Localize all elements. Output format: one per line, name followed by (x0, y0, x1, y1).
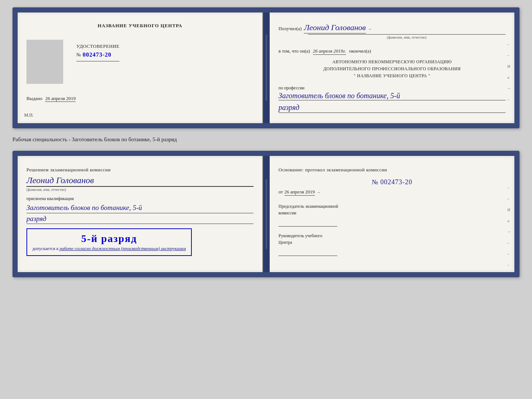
page-wrapper: НАЗВАНИЕ УЧЕБНОГО ЦЕНТРА УДОСТОВЕРЕНИЕ №… (12, 7, 520, 277)
profession-name: Заготовитель блоков по ботанике, 5-й (278, 92, 506, 100)
org-line3: " НАЗВАНИЕ УЧЕБНОГО ЦЕНТРА " (278, 72, 506, 79)
cert-label: УДОСТОВЕРЕНИЕ (76, 43, 119, 49)
protocol-date-line: от 26 апреля 2019 – (278, 189, 506, 196)
chairman-label: Председатель экзаменационной комиссии (278, 203, 506, 216)
issued-section: Выдано 26 апреля 2019 (26, 95, 254, 101)
top-doc-right: Получил(а) Леонид Голованов – (фамилия, … (270, 13, 514, 123)
stamp-box: 5-й разряд допускается к работе согласно… (26, 228, 192, 256)
protocol-number: № 002473-20 (278, 178, 506, 186)
mp-label: М.П. (24, 113, 33, 118)
chairman-sign-line (278, 218, 337, 227)
stamp-rank: 5-й разряд (32, 233, 186, 245)
bottom-edge-decoration: – – И а ← – – – – (507, 185, 511, 278)
decision-text: Решением экзаменационной комиссии (26, 166, 254, 174)
chairman-section: Председатель экзаменационной комиссии (278, 203, 506, 227)
stamp-admit: допускается к работе согласно должностны… (32, 246, 186, 252)
top-left-title: НАЗВАНИЕ УЧЕБНОГО ЦЕНТРА (26, 23, 254, 29)
top-document: НАЗВАНИЕ УЧЕБНОГО ЦЕНТРА УДОСТОВЕРЕНИЕ №… (12, 7, 520, 128)
osnov-text: Основание: протокол экзаменационной коми… (278, 166, 506, 174)
protocol-date: 26 апреля 2019 (284, 189, 315, 196)
razryad-field: разряд (278, 103, 506, 113)
fio-label-bottom: (фамилия, имя, отчество) (26, 186, 254, 192)
org-line2: ДОПОЛНИТЕЛЬНОГО ПРОФЕССИОНАЛЬНОГО ОБРАЗО… (278, 65, 506, 72)
bottom-document: Решением экзаменационной комиссии Леонид… (12, 151, 520, 278)
cert-number-section: УДОСТОВЕРЕНИЕ № 002473-20 (76, 43, 119, 61)
fio-label-top: (фамилия, имя, отчество) (308, 34, 506, 39)
head-sign-line (278, 247, 337, 256)
razryad-line2: разряд (26, 215, 254, 224)
between-text: Рабочая специальность - Заготовитель бло… (12, 135, 520, 144)
spine-bottom (263, 156, 270, 272)
admit-prefix: допускается к (32, 246, 58, 251)
finished-label: окончил(а) (349, 48, 371, 54)
qualification-name: Заготовитель блоков по ботанике, 5-й (26, 203, 254, 213)
cert-number-prefix: № (76, 52, 81, 58)
profession-section: по профессии Заготовитель блоков по бота… (278, 84, 506, 100)
head-label: Руководитель учебного Центра (278, 232, 506, 246)
cert-number: 002473-20 (83, 51, 111, 58)
admit-text: работе согласно должностным (производств… (60, 246, 186, 251)
date-field: 26 апреля 2019г. (313, 48, 346, 55)
photo-placeholder (26, 40, 63, 84)
person-name: Леонид Голованов (26, 175, 254, 186)
recipient-name: Леонид Голованов (304, 23, 366, 33)
spine (263, 13, 270, 123)
edge-decoration: – – И а ← – (507, 42, 511, 101)
received-prefix: Получил(а) (278, 26, 302, 32)
context-text: в том, что он(а) (278, 48, 310, 54)
top-doc-left: НАЗВАНИЕ УЧЕБНОГО ЦЕНТРА УДОСТОВЕРЕНИЕ №… (18, 13, 263, 123)
bottom-doc-right: Основание: протокол экзаменационной коми… (270, 156, 514, 272)
bottom-doc-left: Решением экзаменационной комиссии Леонид… (18, 156, 263, 272)
issued-label: Выдано (26, 96, 42, 101)
assigned-label: присвоена квалификация (26, 196, 254, 202)
ot-prefix: от (278, 189, 283, 195)
org-line1: АВТОНОМНУЮ НЕКОММЕРЧЕСКУЮ ОРГАНИЗАЦИЮ (278, 58, 506, 65)
profession-label: по профессии (278, 85, 305, 90)
issued-date: 26 апреля 2019 (45, 96, 76, 102)
head-section: Руководитель учебного Центра (278, 232, 506, 256)
